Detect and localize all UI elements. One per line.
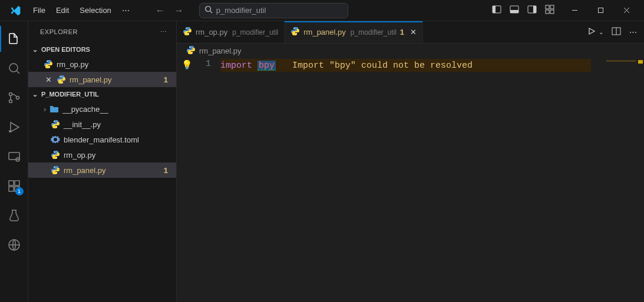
customize-layout-icon[interactable] (545, 5, 554, 16)
code-line[interactable]: import bpy Import "bpy" could not be res… (220, 59, 591, 72)
open-editors-label: OPEN EDITORS (41, 46, 90, 53)
svg-rect-8 (546, 5, 549, 9)
open-editor-filename: rm_op.py (57, 60, 88, 69)
python-file-icon (183, 26, 192, 38)
menu-selection[interactable]: Selection (75, 4, 115, 17)
editor-actions: ⌄ ⋯ (580, 21, 644, 43)
svg-line-17 (16, 71, 19, 74)
open-editor-item[interactable]: ✕ rm_panel.py 1 (28, 72, 176, 87)
close-button[interactable] (613, 2, 639, 19)
toggle-primary-sidebar-icon[interactable] (492, 5, 501, 16)
tab-rm-op[interactable]: rm_op.py p_modifier_util (177, 21, 285, 43)
svg-point-0 (206, 6, 211, 12)
svg-point-39 (54, 167, 55, 168)
svg-rect-3 (493, 6, 496, 13)
extensions-badge: 1 (15, 187, 24, 195)
menu-file[interactable]: File (28, 4, 50, 17)
tree-file[interactable]: blender_manifest.toml (28, 132, 176, 147)
close-icon[interactable]: ✕ (44, 75, 53, 84)
folder-label: P_MODIFIER_UTIL (41, 91, 99, 98)
run-dropdown-icon[interactable]: ⌄ (599, 29, 603, 35)
svg-point-49 (191, 52, 193, 54)
activity-extensions[interactable]: 1 (0, 173, 28, 199)
svg-rect-11 (550, 10, 554, 14)
tree-file[interactable]: rm_op.py (28, 147, 176, 162)
svg-point-22 (9, 130, 11, 132)
python-file-icon (51, 165, 60, 175)
run-icon[interactable] (587, 26, 596, 38)
svg-rect-13 (598, 8, 603, 13)
nav-back[interactable]: ← (154, 4, 166, 17)
tab-filename: rm_op.py (196, 28, 227, 36)
svg-point-38 (56, 157, 57, 158)
overview-ruler[interactable] (636, 58, 644, 302)
svg-rect-7 (533, 6, 536, 13)
lightbulb-icon[interactable]: 💡 (181, 59, 193, 71)
activity-run-debug[interactable] (0, 114, 28, 140)
folder-header[interactable]: ⌄ P_MODIFIER_UTIL (28, 87, 176, 101)
overview-warning-marker (638, 60, 643, 64)
tab-problems-badge: 1 (400, 28, 404, 36)
svg-point-41 (186, 28, 187, 29)
code-editor[interactable]: 💡 1 import bpy Import "bpy" could not be… (177, 58, 644, 302)
tab-subpath: p_modifier_util (231, 28, 278, 36)
nav-group: ← → (154, 4, 185, 17)
tab-rm-panel[interactable]: rm_panel.py p_modifier_util 1 ✕ (285, 21, 423, 43)
svg-point-48 (189, 47, 190, 48)
toggle-secondary-sidebar-icon[interactable] (527, 5, 537, 16)
gear-icon (51, 135, 60, 144)
svg-point-36 (56, 127, 57, 128)
svg-point-32 (49, 67, 50, 68)
svg-line-1 (210, 11, 212, 14)
chevron-right-icon: › (44, 105, 46, 114)
activity-testing[interactable] (0, 203, 28, 228)
activity-source-control[interactable] (0, 85, 28, 111)
tree-file[interactable]: rm_panel.py 1 (28, 162, 176, 178)
sidebar-more-icon[interactable]: ⋯ (160, 28, 167, 36)
python-file-icon (51, 150, 60, 160)
sidebar-title: EXPLORER ⋯ (28, 21, 176, 42)
nav-forward[interactable]: → (173, 4, 185, 17)
activity-search[interactable] (0, 55, 28, 81)
command-center-search[interactable]: p_modifier_util (199, 3, 349, 18)
search-text: p_modifier_util (216, 6, 266, 15)
svg-point-37 (54, 151, 55, 152)
menu-edit[interactable]: Edit (51, 4, 74, 17)
open-editors-header[interactable]: ⌄ OPEN EDITORS (28, 42, 176, 57)
svg-rect-27 (9, 187, 14, 191)
split-editor-icon[interactable] (612, 26, 621, 38)
activity-remote[interactable] (0, 144, 28, 170)
menu-more[interactable]: ⋯ (117, 4, 134, 17)
tree-item-label: blender_manifest.toml (64, 135, 139, 144)
vscode-logo (9, 5, 21, 16)
activity-bar: 1 (0, 21, 28, 302)
tree-folder[interactable]: › __pycache__ (28, 101, 176, 117)
chevron-down-icon: ⌄ (31, 46, 39, 54)
python-file-icon (186, 45, 196, 57)
editor-tabs: rm_op.py p_modifier_util rm_panel.py p_m… (177, 21, 644, 44)
minimize-button[interactable] (562, 2, 587, 19)
activity-explorer[interactable] (0, 26, 28, 52)
minimap[interactable] (600, 58, 636, 69)
more-actions-icon[interactable]: ⋯ (629, 28, 637, 36)
layout-controls (492, 5, 554, 16)
tree-file[interactable]: __init__.py (28, 117, 176, 132)
svg-marker-21 (11, 122, 19, 132)
activity-live-share[interactable] (0, 232, 28, 258)
problems-badge: 1 (164, 75, 170, 84)
svg-rect-9 (550, 5, 554, 9)
window-controls (562, 2, 639, 19)
maximize-button[interactable] (587, 2, 613, 19)
sidebar-explorer: EXPLORER ⋯ ⌄ OPEN EDITORS rm_op.py ✕ rm_… (28, 21, 177, 302)
titlebar: File Edit Selection ⋯ ← → p_modifier_uti… (0, 0, 644, 21)
svg-point-19 (9, 100, 12, 103)
svg-point-33 (60, 76, 61, 77)
tree-item-label: rm_op.py (64, 151, 95, 160)
breadcrumb[interactable]: rm_panel.py (177, 44, 644, 58)
python-file-icon (51, 120, 60, 129)
svg-point-34 (62, 82, 63, 83)
toggle-panel-icon[interactable] (510, 5, 519, 16)
close-icon[interactable]: ✕ (410, 28, 417, 36)
open-editor-item[interactable]: rm_op.py (28, 57, 176, 72)
tab-subpath: p_modifier_util (349, 28, 397, 36)
